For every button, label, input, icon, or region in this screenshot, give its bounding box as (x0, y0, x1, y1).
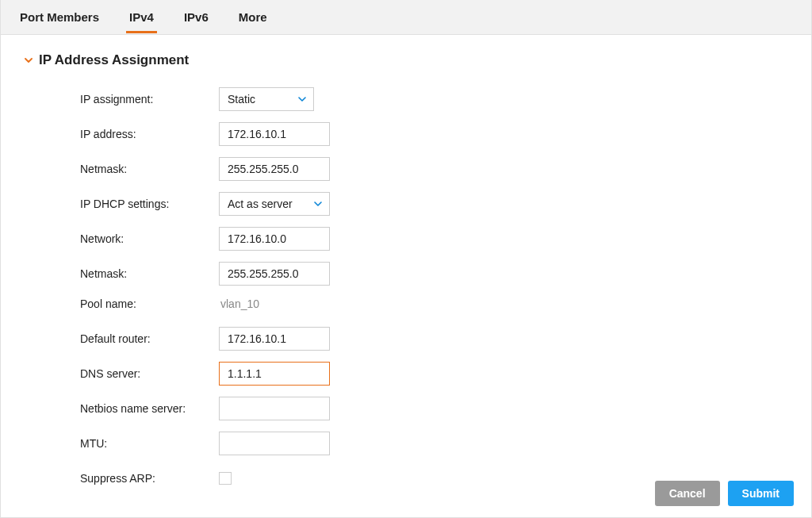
dhcp-settings-label: IP DHCP settings: (80, 198, 219, 210)
chevron-down-icon (313, 199, 323, 209)
pool-name-label: Pool name: (80, 297, 219, 310)
dhcp-settings-select[interactable]: Act as server (219, 192, 330, 216)
netbios-label: Netbios name server: (80, 402, 219, 415)
tab-more[interactable]: More (236, 1, 270, 33)
netbios-input[interactable] (219, 397, 330, 420)
chevron-down-icon (25, 56, 33, 64)
dns-server-input[interactable] (219, 362, 330, 386)
content-area: IP Address Assignment IP assignment: Sta… (1, 35, 811, 490)
mtu-input[interactable] (219, 432, 330, 455)
tab-ipv6[interactable]: IPv6 (181, 1, 212, 33)
form: IP assignment: Static IP address: Netmas… (25, 87, 787, 490)
mtu-label: MTU: (80, 437, 219, 450)
pool-name-value: vlan_10 (219, 297, 259, 310)
default-router-input[interactable] (219, 327, 330, 351)
submit-button[interactable]: Submit (728, 481, 794, 506)
netmask-input[interactable] (219, 157, 330, 181)
network-label: Network: (80, 232, 219, 245)
suppress-arp-checkbox[interactable] (219, 472, 232, 485)
network-input[interactable] (219, 227, 330, 251)
dhcp-settings-value: Act as server (228, 198, 293, 210)
netmask2-label: Netmask: (80, 267, 219, 280)
ip-assignment-value: Static (228, 93, 255, 106)
dns-server-label: DNS server: (80, 367, 219, 380)
suppress-arp-label: Suppress ARP: (80, 472, 219, 485)
default-router-label: Default router: (80, 332, 219, 345)
chevron-down-icon (297, 94, 307, 104)
section-title: IP Address Assignment (39, 52, 189, 68)
section-header[interactable]: IP Address Assignment (25, 52, 787, 68)
tab-ipv4[interactable]: IPv4 (126, 1, 157, 33)
tab-port-members[interactable]: Port Members (17, 1, 102, 33)
ip-address-input[interactable] (219, 122, 330, 146)
netmask-label: Netmask: (80, 163, 219, 175)
ip-address-label: IP address: (80, 128, 219, 140)
tabs-bar: Port Members IPv4 IPv6 More (1, 0, 811, 35)
ip-assignment-select[interactable]: Static (219, 87, 314, 111)
ip-assignment-label: IP assignment: (80, 93, 219, 106)
netmask2-input[interactable] (219, 262, 330, 286)
cancel-button[interactable]: Cancel (655, 481, 720, 506)
footer-buttons: Cancel Submit (655, 481, 794, 506)
